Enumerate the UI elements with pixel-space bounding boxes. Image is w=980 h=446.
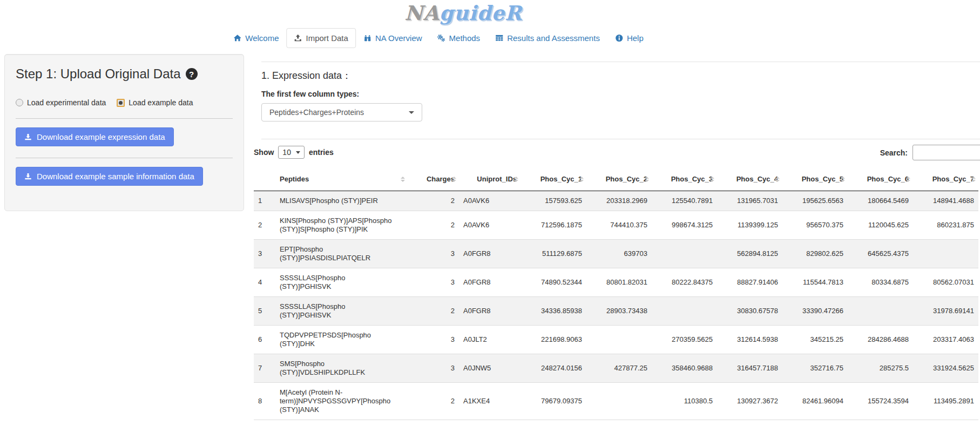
tab-help[interactable]: Help <box>607 28 651 48</box>
cell-peptide: KINS[Phospho (STY)]APS[Phospho (STY)]S[P… <box>275 211 408 240</box>
column-types-label: The first few column types: <box>261 90 980 98</box>
cell-value-text: 82461.96094 <box>802 397 843 405</box>
radio-checked-icon[interactable] <box>117 99 125 107</box>
download-sample-info-button[interactable]: Download example sample information data <box>16 167 203 186</box>
cell-uniprot-text: A0FGR8 <box>463 307 491 315</box>
cell-value-text: 345215.25 <box>810 335 843 343</box>
cell-row-index: 2 <box>254 211 275 240</box>
sort-arrows-icon <box>841 177 845 182</box>
tab-label: Help <box>627 33 644 43</box>
cell-charge: 3 <box>408 354 459 383</box>
cell-row-index: 6 <box>254 326 275 354</box>
cell-phos-cyc-7: 80562.07031 <box>913 268 978 297</box>
download-expression-button[interactable]: Download example expression data <box>16 127 174 146</box>
column-header-Uniprot_IDs[interactable]: Uniprot_IDs <box>459 167 521 191</box>
cell-phos-cyc-5: 33390.47266 <box>782 297 848 326</box>
cell-phos-cyc-7: 148941.4688 <box>913 191 978 211</box>
cell-value-text: 860231.875 <box>937 221 974 229</box>
cell-row-index: 7 <box>254 354 275 383</box>
cell-charge: 2 <box>408 383 459 420</box>
column-header-Peptides[interactable]: Peptides <box>275 167 408 191</box>
cell-peptide-text: EPT[Phospho (STY)]PSIASDISLPIATQELR <box>280 245 396 262</box>
column-header-Phos_Cyc_2[interactable]: Phos_Cyc_2 <box>586 167 652 191</box>
cell-phos-cyc-3 <box>652 297 717 326</box>
cell-phos-cyc-3: 358460.9688 <box>652 354 717 383</box>
sort-arrows-icon <box>579 177 584 182</box>
home-icon <box>233 34 241 42</box>
cell-value-text: 562894.8125 <box>737 249 778 258</box>
cell-value-text: 80334.6875 <box>871 278 909 286</box>
cell-value-text: 712596.1875 <box>541 221 582 229</box>
cell-value-text: 33390.47266 <box>802 307 843 315</box>
table-icon <box>495 34 503 42</box>
column-header-Charges[interactable]: Charges <box>408 167 459 191</box>
cell-value-text: 31978.69141 <box>933 307 974 315</box>
cell-value-text: 88827.91406 <box>737 278 778 286</box>
cell-uniprot: A0JNW5 <box>459 354 521 383</box>
search-input[interactable] <box>913 145 980 160</box>
cell-peptide-text: KINS[Phospho (STY)]APS[Phospho (STY)]S[P… <box>280 217 396 234</box>
radio-unchecked-icon[interactable] <box>16 99 23 106</box>
data-source-radio-group: Load experimental data Load example data <box>16 98 233 107</box>
cell-phos-cyc-5: 352716.75 <box>782 354 848 383</box>
cell-phos-cyc-3: 998674.3125 <box>652 211 717 240</box>
cell-value-text: 639703 <box>624 249 647 258</box>
cell-charge: 2 <box>408 211 459 240</box>
cell-phos-cyc-4: 130927.3672 <box>717 383 782 420</box>
cell-value-text: 427877.25 <box>614 364 647 372</box>
column-header-label: Phos_Cyc_4 <box>736 175 778 183</box>
radio-load-experimental[interactable]: Load experimental data <box>16 98 106 107</box>
cell-phos-cyc-2: 639703 <box>586 240 652 268</box>
cell-peptide-text: SSSSLLAS[Phospho (STY)]PGHISVK <box>280 274 396 291</box>
tab-results-assessments[interactable]: Results and Assessments <box>488 28 607 48</box>
search-control: Search: <box>880 145 980 160</box>
column-header-Phos_Cyc_7[interactable]: Phos_Cyc_7 <box>913 167 978 191</box>
question-circle-icon[interactable]: ? <box>186 68 198 80</box>
cell-row-index: 8 <box>254 383 275 420</box>
cell-phos-cyc-7: 113495.2891 <box>913 383 978 420</box>
column-header-Phos_Cyc_6[interactable]: Phos_Cyc_6 <box>848 167 913 191</box>
cell-uniprot-text: A0JLT2 <box>463 335 487 343</box>
datatable-wrapper: Show 10 entries Search: PeptidesChargesU… <box>254 146 980 420</box>
cell-uniprot-text: A0AVK6 <box>463 197 489 205</box>
entries-select[interactable]: 10 <box>278 146 305 159</box>
cell-phos-cyc-6: 155724.3594 <box>848 383 913 420</box>
column-header-label: Charges <box>427 175 455 183</box>
tab-welcome[interactable]: Welcome <box>226 28 286 48</box>
sort-arrows-icon <box>514 177 518 182</box>
column-header-label: Phos_Cyc_1 <box>540 175 582 183</box>
radio-dot <box>119 101 123 105</box>
column-header-Phos_Cyc_5[interactable]: Phos_Cyc_5 <box>782 167 848 191</box>
cell-value-text: 358460.9688 <box>672 364 713 372</box>
cell-phos-cyc-6: 645625.4375 <box>848 240 913 268</box>
cell-phos-cyc-5: 82461.96094 <box>782 383 848 420</box>
cell-phos-cyc-1: 221698.9063 <box>521 326 586 354</box>
cell-uniprot: A1KXE4 <box>459 383 521 420</box>
cell-phos-cyc-4: 30830.67578 <box>717 297 782 326</box>
column-types-select[interactable]: Peptides+Charges+Proteins <box>261 103 422 121</box>
sort-arrows-icon <box>452 177 456 182</box>
cell-peptide: MLISAVS[Phospho (STY)]PEIR <box>275 191 408 211</box>
cell-peptide: SSSSLLAS[Phospho (STY)]PGHISVK <box>275 268 408 297</box>
column-header-Phos_Cyc_4[interactable]: Phos_Cyc_4 <box>717 167 782 191</box>
radio-load-example[interactable]: Load example data <box>117 98 193 107</box>
tab-methods[interactable]: Methods <box>430 28 488 48</box>
tab-import-data[interactable]: Import Data <box>287 28 356 48</box>
sort-arrows-icon <box>401 177 405 182</box>
gears-icon <box>437 34 445 42</box>
cell-row-index-text: 8 <box>258 397 262 405</box>
section-divider <box>261 139 980 139</box>
cell-phos-cyc-5: 115544.7813 <box>782 268 848 297</box>
cell-phos-cyc-7: 331924.5625 <box>913 354 978 383</box>
cell-phos-cyc-4: 1139399.125 <box>717 211 782 240</box>
column-header-Phos_Cyc_1[interactable]: Phos_Cyc_1 <box>521 167 586 191</box>
cell-row-index-text: 4 <box>258 278 262 286</box>
tab-na-overview[interactable]: NA Overview <box>356 28 430 48</box>
cell-value-text: 203318.2969 <box>606 197 647 205</box>
cell-peptide: SSSSLLAS[Phospho (STY)]PGHISVK <box>275 297 408 326</box>
cell-value-text: 285275.5 <box>880 364 909 372</box>
cell-phos-cyc-4: 562894.8125 <box>717 240 782 268</box>
column-header-Phos_Cyc_3[interactable]: Phos_Cyc_3 <box>652 167 717 191</box>
cell-phos-cyc-1: 511129.6875 <box>521 240 586 268</box>
cell-phos-cyc-7: 203317.4063 <box>913 326 978 354</box>
